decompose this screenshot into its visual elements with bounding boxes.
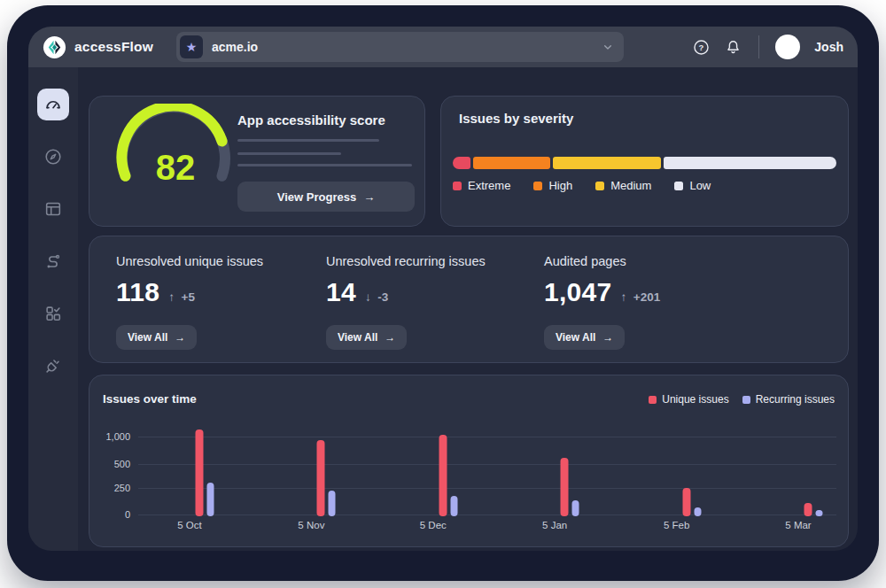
notifications-button[interactable]: [723, 37, 742, 57]
score-card-title: App accessibility score: [237, 112, 385, 128]
gridline: [138, 488, 836, 489]
x-axis-label: 5 Feb: [664, 520, 689, 530]
sidebar: [28, 67, 78, 551]
legend-label: Low: [689, 179, 711, 192]
gridline: [138, 464, 836, 465]
stat-label: Unresolved unique issues: [116, 254, 263, 268]
severity-segment-low: [664, 157, 836, 169]
y-axis-tick: 0: [89, 509, 130, 520]
x-axis-label: 5 Mar: [785, 520, 811, 530]
chart-legend: Unique issuesRecurring issues: [649, 393, 835, 406]
stat-value: 1,047: [544, 277, 612, 307]
skeleton-line: [237, 164, 412, 166]
x-axis-label: 5 Jan: [542, 520, 567, 530]
arrow-right-icon: →: [385, 331, 395, 344]
x-axis-label: 5 Nov: [298, 520, 324, 530]
stat-2: Audited pages1,047↑ +201View All→: [544, 254, 660, 307]
legend-label: Recurring issues: [756, 393, 835, 406]
svg-text:?: ?: [698, 42, 703, 51]
bar-group-5-nov: [317, 440, 336, 516]
arrow-right-icon: →: [602, 331, 613, 344]
unique-issues-bar: [439, 435, 447, 516]
sidebar-item-dashboard[interactable]: [37, 89, 69, 120]
star-icon: ★: [180, 35, 203, 58]
legend-swatch: [453, 182, 462, 190]
unique-issues-bar: [561, 458, 569, 516]
flows-icon: [43, 251, 63, 271]
accessflow-logo-icon: [43, 35, 66, 59]
score-gauge: 82: [114, 104, 233, 199]
legend-item-extreme: Extreme: [453, 179, 510, 192]
recurring-issues-bar: [207, 483, 214, 516]
y-axis-tick: 1,000: [89, 431, 130, 442]
chevron-down-icon: [601, 40, 615, 54]
x-axis-label: 5 Oct: [177, 520, 201, 530]
stat-label: Unresolved recurring issues: [326, 254, 486, 268]
bar-group-5-jan: [561, 458, 579, 516]
topbar: accessFlow ★ acme.io ?: [28, 27, 858, 67]
app-window: accessFlow ★ acme.io ?: [7, 5, 879, 581]
view-progress-button[interactable]: View Progress →: [237, 182, 415, 212]
stat-value: 118: [116, 277, 159, 307]
recurring-issues-bar: [816, 510, 823, 516]
stats-card: Unresolved unique issues118↑ +5View All→…: [89, 236, 849, 363]
user-name: Josh: [814, 40, 843, 54]
recurring-issues-bar: [572, 500, 579, 516]
stat-trend: ↑ +5: [168, 290, 195, 304]
skeleton-line: [237, 152, 341, 155]
view-all-button[interactable]: View All→: [326, 325, 407, 350]
view-all-label: View All: [556, 331, 595, 344]
avatar[interactable]: [775, 35, 800, 59]
sidebar-item-pages-layout[interactable]: [37, 193, 69, 225]
severity-legend: ExtremeHighMediumLow: [453, 179, 711, 192]
issues-over-time-card: Issues over time Unique issuesRecurring …: [89, 375, 849, 547]
bell-icon: [725, 39, 742, 56]
sidebar-item-integrations[interactable]: [37, 350, 69, 382]
topbar-divider: [758, 35, 759, 58]
view-all-button[interactable]: View All→: [116, 325, 197, 350]
sidebar-item-flows[interactable]: [37, 245, 69, 277]
stat-trend: ↑ +201: [621, 290, 661, 304]
legend-item-low: Low: [674, 179, 711, 192]
chart-legend-item: Unique issues: [649, 393, 728, 406]
recurring-issues-bar: [694, 507, 701, 516]
unique-issues-bar: [804, 503, 812, 516]
unique-issues-bar: [196, 429, 204, 516]
view-all-label: View All: [128, 331, 167, 344]
help-button[interactable]: ?: [691, 37, 711, 57]
legend-swatch: [742, 396, 750, 404]
recurring-issues-bar: [450, 496, 457, 516]
bar-group-5-feb: [682, 488, 701, 516]
severity-segment-medium: [553, 157, 661, 169]
arrow-right-icon: →: [175, 331, 185, 344]
score-value: 82: [156, 148, 196, 187]
legend-swatch: [533, 182, 542, 190]
integrations-icon: [43, 356, 63, 375]
view-all-label: View All: [338, 331, 377, 344]
legend-swatch: [674, 182, 683, 190]
x-axis-label: 5 Dec: [420, 520, 447, 530]
gridline: [138, 437, 836, 437]
stat-1: Unresolved recurring issues14↓ -3View Al…: [326, 254, 486, 307]
skeleton-line: [237, 139, 379, 142]
severity-card-title: Issues by severity: [459, 111, 573, 126]
arrow-right-icon: →: [363, 190, 375, 204]
bar-group-5-mar: [804, 503, 823, 516]
chart-title: Issues over time: [103, 392, 197, 406]
view-all-button[interactable]: View All→: [544, 325, 625, 350]
view-progress-label: View Progress: [277, 190, 356, 204]
logo-text: accessFlow: [74, 39, 153, 55]
stat-trend: ↓ -3: [365, 290, 388, 304]
legend-item-high: High: [533, 179, 572, 192]
sidebar-item-tasks[interactable]: [37, 298, 69, 329]
chart-legend-item: Recurring issues: [742, 393, 835, 406]
legend-item-medium: Medium: [595, 179, 651, 192]
legend-swatch: [649, 396, 657, 404]
severity-stacked-bar: [453, 157, 836, 169]
sidebar-item-explore[interactable]: [37, 141, 69, 173]
project-selector-value: acme.io: [212, 40, 601, 54]
legend-label: Unique issues: [662, 393, 728, 406]
recurring-issues-bar: [329, 491, 336, 516]
project-selector[interactable]: ★ acme.io: [176, 32, 624, 62]
dashboard-icon: [43, 95, 63, 114]
